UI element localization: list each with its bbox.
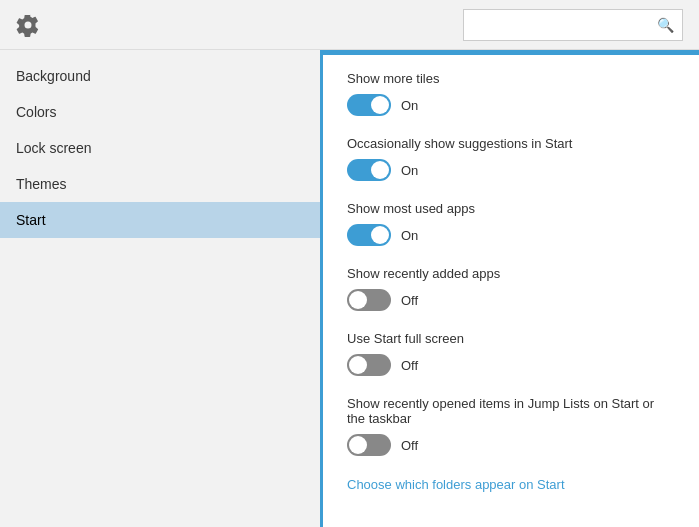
top-accent-bar [323,50,699,55]
toggle-row-show-suggestions: On [347,159,675,181]
setting-show-jump-lists: Show recently opened items in Jump Lists… [347,396,675,456]
toggle-row-show-jump-lists: Off [347,434,675,456]
toggle-show-recently-added[interactable] [347,289,391,311]
setting-label-show-more-tiles: Show more tiles [347,71,675,86]
toggle-show-more-tiles[interactable] [347,94,391,116]
toggle-state-show-most-used: On [401,228,418,243]
setting-show-most-used: Show most used appsOn [347,201,675,246]
sidebar-item-start[interactable]: Start [0,202,320,238]
header: 🔍 [0,0,699,50]
setting-show-recently-added: Show recently added appsOff [347,266,675,311]
toggle-state-use-start-full-screen: Off [401,358,418,373]
toggle-show-jump-lists[interactable] [347,434,391,456]
setting-label-show-recently-added: Show recently added apps [347,266,675,281]
sidebar-item-colors[interactable]: Colors [0,94,320,130]
toggle-row-show-recently-added: Off [347,289,675,311]
main-layout: BackgroundColorsLock screenThemesStart S… [0,50,699,527]
toggle-thumb-show-jump-lists [349,436,367,454]
toggle-show-suggestions[interactable] [347,159,391,181]
setting-label-show-suggestions: Occasionally show suggestions in Start [347,136,675,151]
toggle-state-show-jump-lists: Off [401,438,418,453]
toggle-row-show-more-tiles: On [347,94,675,116]
choose-folders-link-container: Choose which folders appear on Start [347,476,675,492]
toggle-state-show-recently-added: Off [401,293,418,308]
toggle-state-show-more-tiles: On [401,98,418,113]
toggle-thumb-show-most-used [371,226,389,244]
toggle-thumb-use-start-full-screen [349,356,367,374]
sidebar-item-lock-screen[interactable]: Lock screen [0,130,320,166]
setting-show-more-tiles: Show more tilesOn [347,71,675,116]
toggle-thumb-show-recently-added [349,291,367,309]
toggle-thumb-show-suggestions [371,161,389,179]
setting-label-use-start-full-screen: Use Start full screen [347,331,675,346]
choose-folders-link[interactable]: Choose which folders appear on Start [347,477,565,492]
search-box[interactable]: 🔍 [463,9,683,41]
settings-content: Show more tilesOnOccasionally show sugge… [320,50,699,527]
sidebar: BackgroundColorsLock screenThemesStart [0,50,320,527]
search-input[interactable] [472,17,657,32]
setting-label-show-jump-lists: Show recently opened items in Jump Lists… [347,396,675,426]
toggle-thumb-show-more-tiles [371,96,389,114]
toggle-use-start-full-screen[interactable] [347,354,391,376]
setting-show-suggestions: Occasionally show suggestions in StartOn [347,136,675,181]
toggle-state-show-suggestions: On [401,163,418,178]
setting-use-start-full-screen: Use Start full screenOff [347,331,675,376]
sidebar-item-themes[interactable]: Themes [0,166,320,202]
toggle-row-show-most-used: On [347,224,675,246]
setting-label-show-most-used: Show most used apps [347,201,675,216]
toggle-row-use-start-full-screen: Off [347,354,675,376]
search-icon: 🔍 [657,17,674,33]
toggle-show-most-used[interactable] [347,224,391,246]
sidebar-item-background[interactable]: Background [0,58,320,94]
gear-icon [16,13,40,37]
